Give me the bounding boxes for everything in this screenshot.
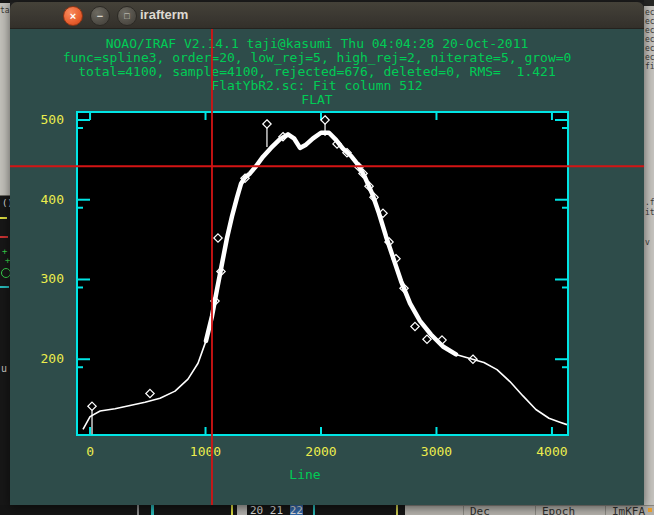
divider <box>151 505 154 515</box>
status-line-1: NOAO/IRAF V2.14.1 taji@kasumi Thu 04:04:… <box>10 37 624 51</box>
diamond-marker <box>279 133 287 141</box>
divider <box>313 505 315 515</box>
status-line-3: total=4100, sample=4100, rejected=676, d… <box>10 65 624 79</box>
y-tick-label: 200 <box>41 351 64 366</box>
background-window-edge <box>644 0 654 6</box>
diamond-marker <box>469 355 477 363</box>
graphics-area[interactable]: NOAO/IRAF V2.14.1 taji@kasumi Thu 04:04:… <box>10 29 644 505</box>
terminal-text-fragment: ec <box>645 26 654 35</box>
background-text-fragment: ta <box>0 6 10 17</box>
diamond-marker <box>214 234 222 242</box>
y-tick-label: 300 <box>41 271 64 286</box>
diamond-marker <box>359 169 367 177</box>
column-header-imkfa: ImKFA <box>612 506 645 515</box>
diamond-marker <box>400 284 408 292</box>
diamond-marker <box>343 148 351 156</box>
column-header-epoch: Epoch <box>542 506 575 515</box>
maximize-button[interactable]: □ <box>117 6 137 26</box>
diamond-marker <box>241 174 249 182</box>
yellow-mark <box>0 217 7 219</box>
divider <box>396 505 398 515</box>
status-line-4: FlatYbR2.sc: Fit column 512 <box>10 79 624 93</box>
red-mark <box>0 236 8 238</box>
desktop: ta () + + u ececececececfi.fitv 20 21 22… <box>0 0 654 515</box>
fit-curve <box>83 133 567 430</box>
plot-frame <box>77 112 568 435</box>
terminal-text-fragment: ec <box>645 44 654 53</box>
gray-glyph: u <box>1 363 7 374</box>
terminal-text-fragment: ec <box>645 53 654 62</box>
divider <box>463 506 464 515</box>
background-panel <box>0 3 10 196</box>
axis-number: 20 21 <box>250 505 290 515</box>
terminal-text-fragment: ec <box>645 8 654 17</box>
column-header-dec: Dec <box>470 506 490 515</box>
diamond-marker <box>370 193 378 201</box>
divider <box>137 505 139 515</box>
titlebar[interactable]: × − □ irafterm <box>10 2 644 29</box>
x-tick-label: 4000 <box>536 444 567 459</box>
divider <box>237 505 247 515</box>
terminal-text-fragment: ec <box>645 17 654 26</box>
background-table-header: Dec Epoch ImKFA <box>405 505 654 515</box>
irafterm-window: × − □ irafterm NOAO/IRAF V2.14.1 taji@ka… <box>10 2 644 505</box>
terminal-text-fragment: ec <box>645 35 654 44</box>
diamond-marker <box>411 322 419 330</box>
diamond-marker <box>385 238 393 246</box>
terminal-text-fragment: v <box>645 238 654 247</box>
close-button[interactable]: × <box>63 6 83 26</box>
data-point-band <box>206 133 456 355</box>
x-tick-label: 1000 <box>190 444 221 459</box>
diamond-marker <box>263 120 271 128</box>
diamond-marker <box>355 163 363 171</box>
window-title: irafterm <box>140 7 188 22</box>
divider <box>231 505 233 515</box>
diamond-marker <box>392 255 400 263</box>
diamond-marker <box>379 209 387 217</box>
terminal-text-fragment: it <box>645 208 654 217</box>
diamond-marker <box>333 140 341 148</box>
x-tick-label: 2000 <box>305 444 336 459</box>
status-line-2: func=spline3, order=20, low_rej=5, high_… <box>10 51 624 65</box>
status-dot <box>648 508 652 512</box>
terminal-text-fragment: .f <box>645 198 654 207</box>
diamond-marker <box>365 182 373 190</box>
divider <box>605 506 606 515</box>
plot-background <box>77 112 568 435</box>
fit-status-text: NOAO/IRAF V2.14.1 taji@kasumi Thu 04:04:… <box>10 37 624 107</box>
plot-title: FLAT <box>10 93 624 107</box>
x-tick-label: 0 <box>86 444 94 459</box>
background-window-left: ta () + + u <box>0 0 10 515</box>
x-tick-label: 3000 <box>421 444 452 459</box>
cyan-mark <box>0 286 9 288</box>
y-tick-label: 500 <box>41 112 64 127</box>
background-window-right: ececececececfi.fitv <box>644 0 654 515</box>
diamond-marker <box>211 297 219 305</box>
background-axis-numbers: 20 21 22 <box>250 505 303 515</box>
diamond-marker <box>217 267 225 275</box>
diamond-marker <box>438 336 446 344</box>
axis-number-selected: 22 <box>290 505 303 515</box>
divider <box>535 506 536 515</box>
terminal-text-fragment: fi <box>645 62 654 71</box>
diamond-marker <box>423 335 431 343</box>
background-window-bottom: 20 21 22 Dec Epoch ImKFA <box>0 505 654 515</box>
diamond-marker <box>146 389 154 397</box>
minimize-button[interactable]: − <box>90 6 110 26</box>
y-tick-label: 400 <box>41 192 64 207</box>
x-axis-label: Line <box>289 467 320 482</box>
diamond-marker <box>321 116 329 124</box>
diamond-marker <box>88 402 96 410</box>
